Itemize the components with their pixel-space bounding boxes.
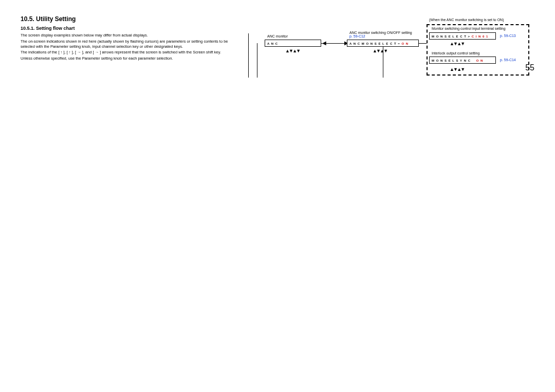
dash-group-1 <box>427 24 529 76</box>
mon-sw-box: M O N S E L E C T > C I N 0 1 <box>429 32 496 40</box>
para: The indications of the [ ↑ ], [ ↑ ], [ →… <box>21 50 242 55</box>
updown-icon: ▲▼ ▲▼ <box>373 48 387 53</box>
para: The on-screen indications shown in red h… <box>21 39 242 49</box>
anc-sw-box: A N C M O N S E L E C T = O N <box>347 40 419 47</box>
body-text: The screen display examples shown below … <box>21 33 242 61</box>
arrow-left-icon: ◀ <box>322 40 326 46</box>
interlock-box: M O N S E L S Y N C O N <box>429 57 496 64</box>
interlock-ref: p. 59-C14 <box>500 58 516 62</box>
mon-sw-ref: p. 59-C13 <box>500 34 516 38</box>
page-number: 55 <box>525 63 534 72</box>
anc-box: A N C <box>265 40 321 47</box>
para: Unless otherwise specified, use the Para… <box>21 56 242 61</box>
interlock-label: Interlock output control setting <box>432 51 479 55</box>
mon-sw-label: Monitor switching control input terminal… <box>432 27 524 30</box>
updown-icon: ▲▼ ▲▼ <box>450 41 464 46</box>
anc-on-note: (When the ANC monitor switching is set t… <box>429 18 504 22</box>
anc-sw-label: ANC monitor switching ON/OFF settingp. 5… <box>349 31 427 38</box>
updown-icon: ▲▼ ▲▼ <box>450 67 464 72</box>
anc-label: ANC monitor <box>267 34 288 38</box>
updown-icon: ▲▼ ▲▼ <box>285 48 300 53</box>
para: The screen display examples shown below … <box>21 33 242 38</box>
